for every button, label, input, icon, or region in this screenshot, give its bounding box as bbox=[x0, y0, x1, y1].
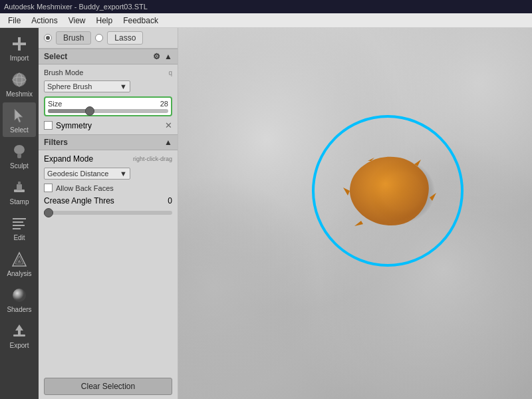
sidebar-item-edit[interactable]: Edit bbox=[3, 210, 36, 245]
svg-point-18 bbox=[13, 289, 26, 302]
sidebar-label-sculpt: Sculpt bbox=[10, 162, 29, 170]
menu-help[interactable]: Help bbox=[91, 15, 118, 27]
svg-rect-10 bbox=[18, 182, 21, 185]
svg-marker-20 bbox=[15, 325, 23, 334]
surface-svg bbox=[178, 28, 532, 399]
svg-rect-11 bbox=[13, 218, 26, 219]
lasso-tab[interactable]: Lasso bbox=[107, 31, 143, 45]
crease-angle-row: Crease Angle Thres 0 bbox=[44, 196, 172, 205]
sidebar-label-meshmix: Meshmix bbox=[6, 90, 33, 98]
sidebar-item-analysis[interactable]: Analysis bbox=[3, 246, 36, 281]
menu-feedback[interactable]: Feedback bbox=[118, 15, 164, 27]
svg-rect-1 bbox=[13, 43, 26, 45]
brush-mode-shortcut: q bbox=[168, 69, 172, 76]
svg-point-2 bbox=[13, 73, 26, 86]
sidebar-label-shaders: Shaders bbox=[7, 306, 31, 313]
size-slider-track[interactable] bbox=[48, 109, 168, 113]
svg-rect-19 bbox=[13, 334, 25, 336]
select-section-body: Brush Mode q Sphere Brush ▼ Size 28 bbox=[39, 65, 178, 134]
symmetry-close-icon[interactable]: ✕ bbox=[165, 120, 172, 130]
sidebar-item-meshmix[interactable]: Meshmix bbox=[3, 66, 36, 101]
sidebar-item-import[interactable]: Import bbox=[3, 31, 36, 65]
crease-slider-track[interactable] bbox=[44, 211, 172, 215]
sidebar: Import Meshmix Select bbox=[0, 28, 39, 399]
viewport[interactable] bbox=[178, 28, 532, 399]
clear-selection-label: Clear Selection bbox=[81, 382, 135, 391]
select-icon bbox=[10, 106, 29, 125]
crease-slider-thumb[interactable] bbox=[44, 208, 53, 217]
titlebar: Autodesk Meshmixer - Buddy_export03.STL bbox=[0, 0, 532, 13]
expand-mode-label: Expand Mode bbox=[44, 154, 93, 164]
sidebar-label-export: Export bbox=[10, 342, 29, 349]
export-icon bbox=[10, 322, 29, 340]
dropdown-arrow-icon: ▼ bbox=[120, 82, 127, 90]
brush-tab[interactable]: Brush bbox=[56, 31, 91, 45]
svg-rect-12 bbox=[13, 221, 23, 223]
back-faces-row: Allow Back Faces bbox=[44, 184, 172, 192]
lasso-radio[interactable] bbox=[95, 34, 103, 42]
symmetry-label: Symmetry bbox=[56, 121, 92, 130]
size-label-row: Size 28 bbox=[48, 100, 168, 108]
svg-rect-9 bbox=[17, 184, 22, 190]
sidebar-label-stamp: Stamp bbox=[10, 198, 29, 205]
sidebar-item-stamp[interactable]: Stamp bbox=[3, 174, 36, 209]
menu-actions[interactable]: Actions bbox=[26, 15, 63, 27]
panel-spacer bbox=[39, 219, 178, 374]
crease-angle-label: Crease Angle Thres bbox=[44, 196, 114, 205]
svg-rect-7 bbox=[17, 154, 21, 158]
symmetry-checkbox[interactable] bbox=[44, 121, 53, 130]
back-faces-checkbox[interactable] bbox=[44, 184, 53, 192]
lasso-radio-group bbox=[95, 34, 103, 42]
gear-icon[interactable]: ⚙ bbox=[153, 52, 160, 61]
filters-section-body: Expand Mode right-click-drag Geodesic Di… bbox=[39, 150, 178, 219]
panel: Brush Lasso Select ⚙ ▲ Brush Mode q Sphe… bbox=[39, 28, 178, 399]
stamp-icon bbox=[10, 178, 29, 197]
brush-mode-label: Brush Mode bbox=[44, 68, 83, 76]
svg-marker-5 bbox=[15, 109, 23, 122]
filters-collapse-icon[interactable]: ▲ bbox=[164, 138, 172, 147]
menu-view[interactable]: View bbox=[63, 15, 91, 27]
menu-file[interactable]: File bbox=[3, 15, 26, 27]
filters-section-header: Filters ▲ bbox=[39, 134, 178, 150]
expand-mode-dropdown-row: Geodesic Distance ▼ bbox=[44, 168, 172, 180]
size-slider-thumb[interactable] bbox=[85, 106, 94, 116]
sidebar-item-shaders[interactable]: Shaders bbox=[3, 282, 36, 317]
brush-mode-value: Sphere Brush bbox=[47, 82, 92, 90]
expand-mode-value: Geodesic Distance bbox=[47, 170, 108, 178]
panel-tabs: Brush Lasso bbox=[39, 28, 178, 49]
brush-mode-dropdown[interactable]: Sphere Brush ▼ bbox=[44, 80, 130, 92]
edit-icon bbox=[10, 214, 29, 233]
plus-icon bbox=[10, 35, 29, 53]
svg-point-6 bbox=[14, 145, 25, 154]
sidebar-label-select: Select bbox=[10, 126, 29, 134]
size-label: Size bbox=[48, 100, 62, 108]
sidebar-item-sculpt[interactable]: Sculpt bbox=[3, 138, 36, 173]
size-slider-fill bbox=[48, 109, 90, 113]
analysis-icon bbox=[10, 250, 29, 269]
brush-radio[interactable] bbox=[44, 34, 52, 42]
sidebar-item-select[interactable]: Select bbox=[3, 102, 36, 137]
svg-marker-17 bbox=[17, 259, 21, 263]
select-section-header: Select ⚙ ▲ bbox=[39, 49, 178, 65]
expand-dropdown-arrow-icon: ▼ bbox=[120, 170, 127, 178]
back-faces-label: Allow Back Faces bbox=[56, 184, 114, 192]
expand-mode-dropdown[interactable]: Geodesic Distance ▼ bbox=[44, 168, 130, 180]
select-title: Select bbox=[44, 52, 67, 61]
size-value: 28 bbox=[160, 100, 168, 108]
main-layout: Import Meshmix Select bbox=[0, 28, 532, 399]
expand-mode-label-row: Expand Mode right-click-drag bbox=[44, 154, 172, 164]
brush-radio-group bbox=[44, 34, 52, 42]
collapse-icon[interactable]: ▲ bbox=[164, 52, 172, 61]
sidebar-item-export[interactable]: Export bbox=[3, 318, 36, 352]
menubar: File Actions View Help Feedback bbox=[0, 13, 532, 28]
size-slider-container: Size 28 bbox=[44, 96, 172, 116]
expand-mode-hint: right-click-drag bbox=[133, 156, 172, 162]
title-text: Autodesk Meshmixer - Buddy_export03.STL bbox=[4, 3, 148, 11]
svg-rect-13 bbox=[13, 225, 25, 226]
sidebar-label-edit: Edit bbox=[13, 234, 25, 241]
sidebar-label-import: Import bbox=[10, 55, 29, 62]
brush-mode-label-row: Brush Mode q bbox=[44, 68, 172, 76]
crease-angle-value: 0 bbox=[168, 196, 172, 205]
svg-rect-14 bbox=[13, 228, 21, 229]
clear-selection-button[interactable]: Clear Selection bbox=[44, 378, 172, 395]
